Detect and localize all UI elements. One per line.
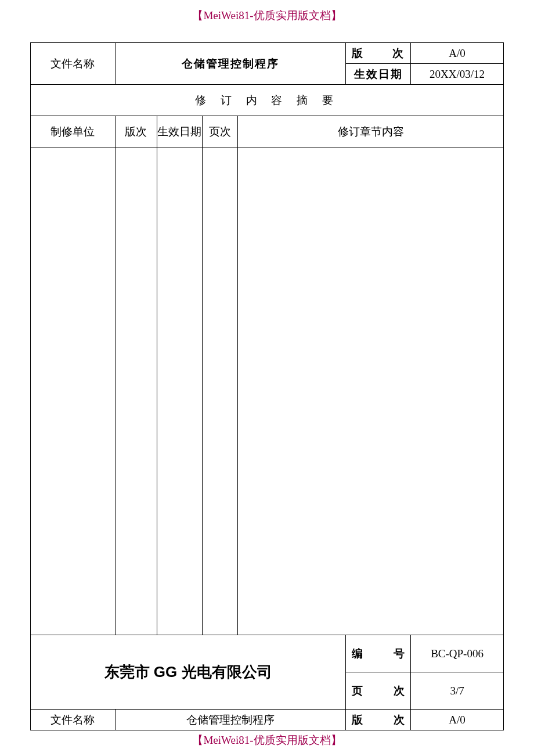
col-content: 修订章节内容 <box>238 116 504 147</box>
col-version: 版次 <box>115 116 157 147</box>
summary-title-row: 修 订 内 容 摘 要 <box>31 85 504 116</box>
version-value: A/0 <box>411 43 504 64</box>
page-value: 3/7 <box>411 672 504 710</box>
footer-row-3: 文件名称 仓储管理控制程序 版次 A/0 <box>31 710 504 730</box>
footer-version-label: 版次 <box>346 710 411 730</box>
file-name-value: 仓储管理控制程序 <box>115 43 345 85</box>
column-header-row: 制修单位 版次 生效日期 页次 修订章节内容 <box>31 116 504 147</box>
body-date <box>157 147 202 635</box>
document-table: 文件名称 仓储管理控制程序 版次 A/0 生效日期 20XX/03/12 修 订… <box>30 42 504 730</box>
body-version <box>115 147 157 635</box>
col-unit: 制修单位 <box>31 116 116 147</box>
body-page <box>202 147 238 635</box>
header-row-1: 文件名称 仓储管理控制程序 版次 A/0 <box>31 43 504 64</box>
effective-date-label: 生效日期 <box>346 64 411 85</box>
summary-title: 修 订 内 容 摘 要 <box>31 85 504 116</box>
watermark-header: 【MeiWei81-优质实用版文档】 <box>0 8 534 23</box>
effective-date-value: 20XX/03/12 <box>411 64 504 85</box>
version-label: 版次 <box>346 43 411 64</box>
body-content <box>238 147 504 635</box>
company-name: 东莞市 GG 光电有限公司 <box>104 663 272 681</box>
body-unit <box>31 147 116 635</box>
body-row <box>31 147 504 635</box>
footer-filename-label: 文件名称 <box>31 710 116 730</box>
footer-filename-value: 仓储管理控制程序 <box>115 710 345 730</box>
code-value: BC-QP-006 <box>411 635 504 672</box>
company-cell: 东莞市 GG 光电有限公司 <box>31 635 346 710</box>
col-page: 页次 <box>202 116 238 147</box>
footer-version-value: A/0 <box>411 710 504 730</box>
footer-row-1: 东莞市 GG 光电有限公司 编号 BC-QP-006 <box>31 635 504 672</box>
page-label: 页次 <box>346 672 411 710</box>
col-date: 生效日期 <box>157 116 202 147</box>
code-label: 编号 <box>346 635 411 672</box>
watermark-footer: 【MeiWei81-优质实用版文档】 <box>0 733 534 748</box>
file-name-label: 文件名称 <box>31 43 116 85</box>
